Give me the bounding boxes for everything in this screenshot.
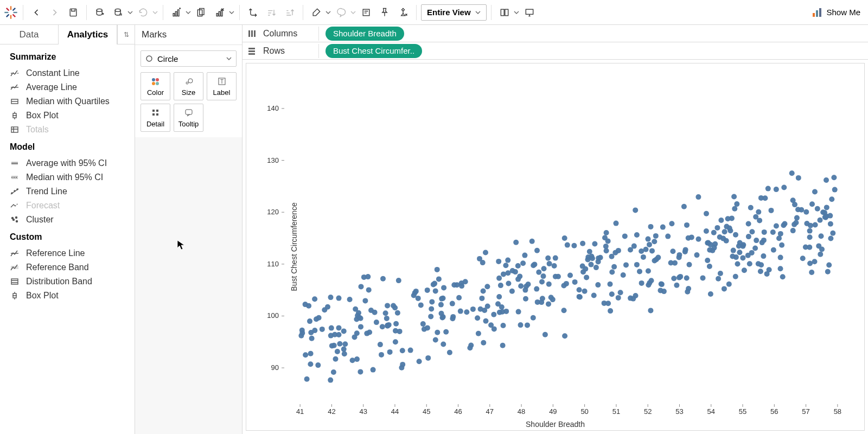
svg-point-261: [545, 256, 551, 261]
duplicate-sheet-button[interactable]: [193, 4, 210, 21]
svg-point-343: [367, 330, 372, 335]
undo-button[interactable]: [28, 4, 45, 21]
svg-point-169: [742, 267, 747, 273]
rows-pill[interactable]: Bust Chest Circumfer..: [326, 44, 422, 58]
svg-point-398: [307, 318, 312, 324]
presentation-mode-button[interactable]: [521, 4, 538, 21]
svg-rect-52: [152, 113, 155, 116]
svg-point-150: [481, 340, 486, 346]
marks-drop-area[interactable]: [135, 137, 242, 434]
show-mark-labels-button[interactable]: [358, 4, 375, 21]
sidebar-swap-icon[interactable]: ⇅: [117, 25, 135, 44]
mark-type-dropdown[interactable]: Circle: [141, 50, 237, 67]
svg-point-477: [646, 237, 651, 242]
svg-point-264: [818, 218, 823, 223]
custom-item-reference-band[interactable]: Reference Band: [10, 260, 125, 275]
highlight-dropdown[interactable]: [325, 10, 331, 15]
clear-filter-button[interactable]: [394, 4, 412, 21]
marks-detail-card[interactable]: Detail: [141, 104, 170, 132]
show-me-button[interactable]: Show Me: [808, 5, 865, 20]
distband-icon: [10, 277, 20, 286]
group-dropdown[interactable]: [350, 10, 356, 15]
svg-rect-19: [363, 9, 369, 16]
svg-point-293: [779, 242, 784, 248]
svg-point-144: [553, 256, 558, 261]
swap-rows-columns-button[interactable]: [244, 4, 261, 21]
svg-point-526: [685, 289, 690, 295]
svg-text:100: 100: [267, 311, 279, 320]
summarize-item-constant-line[interactable]: Constant Line: [10, 66, 125, 80]
summarize-item-box-plot[interactable]: Box Plot: [10, 108, 125, 123]
svg-point-437: [308, 330, 314, 335]
svg-point-380: [567, 273, 573, 278]
marks-label-card[interactable]: TLabel: [207, 72, 237, 100]
pin-button[interactable]: [376, 4, 393, 21]
svg-point-448: [395, 310, 400, 316]
svg-point-450: [515, 263, 521, 269]
svg-point-301: [385, 303, 390, 308]
show-hide-cards-dropdown[interactable]: [513, 10, 520, 15]
new-worksheet-dropdown[interactable]: [185, 10, 192, 15]
svg-point-528: [790, 228, 796, 233]
svg-point-541: [436, 276, 442, 282]
tab-analytics[interactable]: Analytics: [58, 25, 117, 44]
svg-point-276: [450, 301, 455, 307]
rows-shelf[interactable]: Rows Bust Chest Circumfer..: [242, 42, 868, 60]
refline-icon: [10, 248, 20, 258]
clear-sheet-dropdown[interactable]: [228, 10, 235, 15]
chart-area[interactable]: Bust Chest Circumference 414243444546474…: [246, 63, 865, 431]
model-item-trend-line[interactable]: Trend Line: [10, 184, 125, 199]
svg-point-278: [341, 347, 347, 352]
marks-size-card[interactable]: Size: [174, 72, 203, 100]
new-datasource-button[interactable]: [91, 4, 108, 21]
svg-point-334: [536, 270, 541, 275]
svg-point-466: [762, 229, 767, 235]
svg-point-228: [308, 351, 314, 356]
rows-icon: [247, 47, 257, 55]
svg-point-302: [800, 256, 806, 261]
pause-updates-button[interactable]: [110, 4, 127, 21]
summarize-item-average-line[interactable]: Average Line: [10, 80, 125, 94]
svg-point-309: [329, 326, 334, 331]
pause-updates-dropdown[interactable]: [127, 10, 133, 15]
custom-item-distribution-band[interactable]: Distribution Band: [10, 275, 125, 289]
fit-dropdown[interactable]: Entire View: [421, 4, 487, 21]
tab-data[interactable]: Data: [0, 25, 58, 44]
columns-shelf[interactable]: Columns Shoulder Breadth: [242, 25, 868, 42]
svg-point-379: [831, 175, 837, 180]
custom-item-box-plot[interactable]: Box Plot: [10, 289, 125, 303]
model-item-average-with-95-ci[interactable]: Average with 95% CI: [10, 156, 125, 170]
show-hide-cards-button[interactable]: [496, 4, 513, 21]
svg-point-266: [380, 276, 386, 282]
svg-point-542: [374, 320, 379, 325]
refresh-button[interactable]: [135, 4, 152, 21]
svg-point-369: [595, 282, 601, 288]
refresh-dropdown[interactable]: [152, 10, 158, 15]
svg-point-258: [665, 234, 671, 239]
svg-point-229: [531, 315, 536, 321]
columns-pill[interactable]: Shoulder Breadth: [326, 27, 404, 41]
svg-point-281: [774, 224, 779, 229]
chevron-down-icon: [475, 10, 481, 15]
summarize-item-median-with-quartiles[interactable]: Median with Quartiles: [10, 94, 125, 108]
redo-button[interactable]: [46, 4, 63, 21]
marks-tooltip-card[interactable]: Tooltip: [174, 104, 203, 132]
svg-text:54: 54: [707, 407, 715, 416]
highlight-button[interactable]: [308, 4, 325, 21]
sort-desc-button[interactable]: [281, 4, 298, 21]
custom-item-reference-line[interactable]: Reference Line: [10, 246, 125, 260]
group-button[interactable]: [333, 4, 350, 21]
svg-point-165: [441, 285, 446, 290]
svg-point-125: [522, 253, 527, 258]
sort-asc-button[interactable]: [263, 4, 280, 21]
model-item-median-with-95-ci[interactable]: Median with 95% CI: [10, 170, 125, 184]
svg-point-441: [808, 223, 813, 228]
svg-point-318: [708, 291, 713, 297]
new-worksheet-button[interactable]: [168, 4, 185, 21]
summarize-item-totals: Totals: [10, 123, 125, 137]
svg-point-449: [672, 260, 678, 266]
model-item-cluster[interactable]: Cluster: [10, 213, 125, 227]
marks-color-card[interactable]: Color: [141, 72, 170, 100]
save-button[interactable]: [65, 4, 82, 21]
clear-sheet-button[interactable]: [211, 4, 228, 21]
